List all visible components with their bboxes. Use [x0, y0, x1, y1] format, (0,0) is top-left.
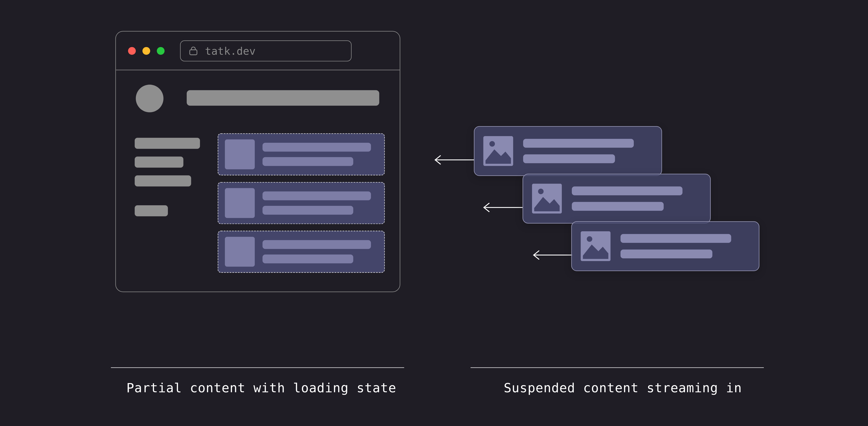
- avatar-placeholder: [136, 85, 163, 112]
- arrow-left-icon: [433, 153, 475, 166]
- caption-right: Suspended content streaming in: [504, 381, 742, 395]
- thumbnail-placeholder: [225, 139, 255, 169]
- text-line-placeholder: [262, 191, 371, 201]
- address-bar[interactable]: tatk.dev: [180, 40, 351, 61]
- text-line-placeholder: [262, 254, 353, 264]
- text-line-placeholder: [262, 206, 353, 215]
- text-line-placeholder: [572, 202, 663, 211]
- text-line-placeholder: [262, 240, 371, 249]
- streaming-card: [474, 126, 662, 176]
- text-line-placeholder: [572, 186, 682, 195]
- streaming-card: [523, 174, 711, 223]
- text-line-group: [262, 143, 371, 166]
- image-icon: [483, 136, 513, 166]
- text-line-placeholder: [262, 143, 371, 152]
- image-icon: [532, 184, 562, 214]
- nav-item-placeholder: [135, 157, 183, 168]
- header-bar-placeholder: [187, 90, 379, 105]
- minimize-icon[interactable]: [143, 47, 150, 55]
- thumbnail-placeholder: [225, 237, 255, 267]
- nav-item-placeholder: [135, 175, 191, 186]
- skeleton-card: [218, 133, 385, 175]
- nav-item-placeholder: [135, 205, 168, 216]
- text-line-placeholder: [620, 234, 731, 243]
- thumbnail-placeholder: [225, 188, 255, 218]
- text-line-group: [572, 186, 682, 211]
- text-line-group: [262, 191, 371, 215]
- browser-window: tatk.dev: [115, 31, 400, 292]
- text-line-placeholder: [620, 249, 712, 258]
- browser-viewport: [116, 70, 400, 292]
- streaming-card: [571, 221, 760, 271]
- skeleton-card: [218, 182, 385, 224]
- text-line-group: [262, 240, 371, 263]
- nav-item-placeholder: [135, 138, 200, 149]
- zoom-icon[interactable]: [157, 47, 165, 55]
- caption-divider: [470, 367, 764, 368]
- text-line-placeholder: [262, 157, 353, 166]
- traffic-lights: [128, 47, 164, 55]
- skeleton-card: [218, 231, 385, 273]
- text-line-group: [620, 234, 731, 258]
- text-line-group: [523, 139, 634, 163]
- image-icon: [581, 231, 611, 261]
- address-bar-url: tatk.dev: [205, 44, 255, 57]
- arrow-left-icon: [531, 248, 574, 262]
- caption-left: Partial content with loading state: [126, 381, 396, 395]
- arrow-left-icon: [482, 201, 524, 214]
- browser-titlebar: tatk.dev: [116, 32, 400, 70]
- text-line-placeholder: [523, 154, 615, 163]
- svg-rect-0: [190, 50, 197, 54]
- lock-icon: [188, 46, 198, 55]
- close-icon[interactable]: [128, 47, 136, 55]
- caption-divider: [111, 367, 404, 368]
- text-line-placeholder: [523, 139, 634, 148]
